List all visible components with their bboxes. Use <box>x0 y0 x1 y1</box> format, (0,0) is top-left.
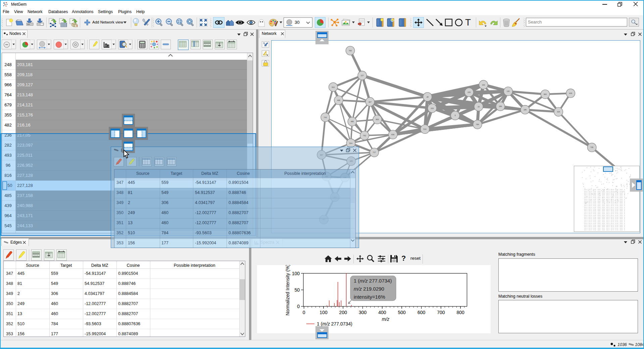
svg-text:m/z: m/z <box>382 316 390 322</box>
svg-text:50: 50 <box>294 287 300 293</box>
svg-text:205: 205 <box>467 91 470 93</box>
svg-text:500: 500 <box>398 310 406 315</box>
svg-text:0: 0 <box>303 310 305 315</box>
svg-text:486: 486 <box>351 120 354 122</box>
svg-text:100: 100 <box>292 271 300 276</box>
svg-text:400: 400 <box>378 310 386 315</box>
svg-text:1 (m/z 277.0734): 1 (m/z 277.0734) <box>317 321 352 327</box>
svg-text:intensity=16%: intensity=16% <box>354 294 385 300</box>
svg-text:800: 800 <box>457 310 465 315</box>
svg-text:600: 600 <box>417 310 426 315</box>
svg-text:1 (m/z 277.0734): 1 (m/z 277.0734) <box>354 278 392 284</box>
svg-text:Normalized Intensity (%): Normalized Intensity (%) <box>285 265 290 315</box>
svg-text:504: 504 <box>349 142 352 144</box>
svg-text:900: 900 <box>544 93 547 95</box>
svg-text:289: 289 <box>499 105 502 107</box>
svg-text:163: 163 <box>482 84 485 86</box>
svg-text:333: 333 <box>431 107 434 109</box>
svg-text:300: 300 <box>359 310 367 315</box>
svg-text:200: 200 <box>339 310 347 315</box>
svg-text:762: 762 <box>363 135 366 137</box>
svg-text:510: 510 <box>424 128 427 130</box>
svg-text:409: 409 <box>569 92 572 94</box>
svg-text:468: 468 <box>337 99 340 101</box>
svg-text:910: 910 <box>332 86 335 88</box>
svg-text:5: 5 <box>455 114 456 116</box>
svg-text:700: 700 <box>437 310 445 315</box>
svg-text:227: 227 <box>361 74 364 77</box>
svg-text:805: 805 <box>376 118 379 120</box>
svg-text:784: 784 <box>476 123 479 126</box>
svg-text:735: 735 <box>590 146 593 148</box>
svg-text:307: 307 <box>368 101 371 103</box>
svg-text:28: 28 <box>427 96 429 98</box>
svg-text:325: 325 <box>557 111 560 113</box>
svg-text:130: 130 <box>507 90 510 92</box>
svg-text:656: 656 <box>391 134 394 136</box>
svg-text:727: 727 <box>373 151 376 153</box>
svg-text:185: 185 <box>524 109 527 111</box>
svg-text:0: 0 <box>297 304 300 309</box>
svg-text:m/z 219.0290: m/z 219.0290 <box>354 286 384 292</box>
svg-text:765: 765 <box>349 50 352 52</box>
svg-text:15: 15 <box>478 106 480 108</box>
svg-text:743: 743 <box>324 116 327 118</box>
svg-text:100: 100 <box>319 310 328 315</box>
